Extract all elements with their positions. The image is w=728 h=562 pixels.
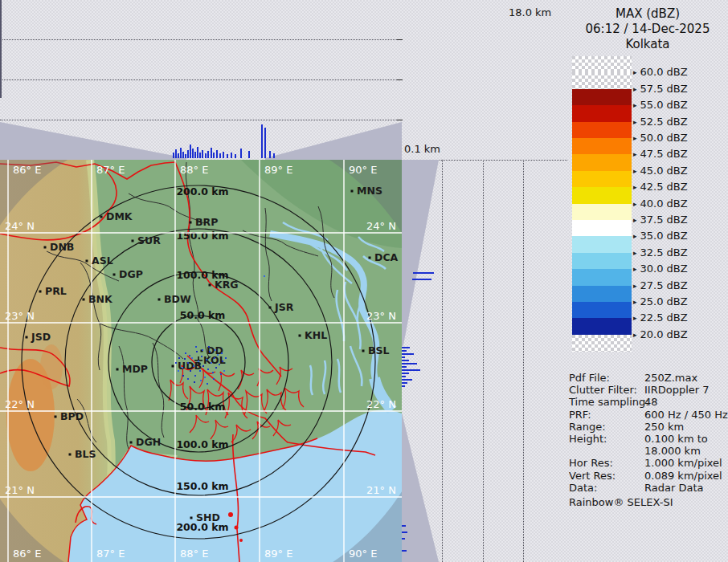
echo-dot [209,351,211,352]
dbz-level-label: ▸57.5 dBZ [633,83,688,95]
metadata-row: Hor Res:1.000 km/pixel [569,457,728,469]
dbz-band [572,204,632,221]
dbz-level-label: ▸25.0 dBZ [633,295,688,307]
level-arrow-icon: ▸ [633,150,637,158]
city-dot [55,416,57,418]
height-axis-tick [397,120,403,120]
level-arrow-icon: ▸ [633,101,637,109]
product-name: MAX (dBZ) [567,6,728,22]
lat-label-right: 23° N [366,310,396,322]
beam-blockage-wedge-left [0,122,186,160]
lon-label-bottom: 89° E [264,548,292,560]
window-edge-artifact [0,0,2,98]
lon-label-top: 86° E [13,164,41,176]
lon-label-bottom: 86° E [13,548,41,560]
city-label: KRG [215,279,239,291]
city-dot [83,299,85,301]
dbz-band [572,253,632,270]
city-dot [190,222,192,224]
dbz-level-label: ▸37.5 dBZ [633,214,688,226]
city-dot [117,369,119,371]
dbz-level-label: ▸30.0 dBZ [633,263,688,275]
metadata-row: Height:0.100 km to [569,433,728,445]
echo-dot [178,357,180,359]
height-axis-tick [397,39,403,40]
metadata-row: Vert Res:0.089 km/pixel [569,470,728,482]
city-label: SUR [137,234,161,246]
city-label: DNB [50,241,74,253]
city-label: BNK [88,293,113,305]
echo-dot [184,358,186,360]
echo-dot [182,367,183,369]
city-dot [172,365,174,368]
city-label: PRL [45,285,67,297]
metadata-row: Pdf File:250Z.max [569,372,728,384]
beam-blockage-wedge-right [265,122,402,160]
echo-dot [221,352,223,354]
echo-dot [220,373,222,375]
city-label: MNS [357,185,382,197]
top-profile-canvas [0,0,402,160]
radar-site-name: Kolkata [567,37,728,52]
level-arrow-icon: ▸ [633,68,637,76]
dbz-level-label: ▸20.0 dBZ [633,328,688,340]
city-label: JSR [274,301,294,313]
lon-label-top: 88° E [180,164,208,176]
dbz-band [572,154,632,171]
height-axis-min-label: 0.1 km [404,143,440,155]
dbz-level-label: ▸50.0 dBZ [633,132,688,144]
dbz-level-label: ▸47.5 dBZ [633,148,688,160]
dbz-band [572,89,632,106]
dbz-level-label: ▸60.0 dBZ [633,66,688,78]
city-label: MDP [122,363,148,375]
echo-dot [222,360,223,362]
dbz-band [572,187,632,204]
dbz-level-label: ▸52.5 dBZ [633,116,688,128]
lon-label-top: 89° E [264,164,292,176]
echo-dot [190,370,191,372]
city-label: KHL [305,329,327,341]
echo-dot [175,362,177,364]
dbz-level-label: ▸35.0 dBZ [633,230,688,242]
city-dot [269,307,272,309]
range-ring-label: 150.0 km [176,230,228,242]
level-arrow-icon: ▸ [633,134,637,142]
echo-dot [207,383,208,385]
echo-dot [198,360,199,362]
product-metadata: Pdf File:250Z.maxClutter Filter:IIRDoppl… [569,372,728,494]
city-dot [26,336,28,339]
echo-dot [182,375,184,377]
lat-label-left: 22° N [5,398,35,410]
city-dot [69,454,72,456]
radar-map-canvas[interactable]: 50.0 km50.0 km100.0 km100.0 km150.0 km15… [0,160,402,562]
metadata-row: 18.000 km [569,445,728,457]
echo-dot [225,357,227,359]
echo-dot [223,370,225,372]
city-dot [130,442,133,444]
city-label: JSD [31,331,51,343]
top-height-profile-panel [0,0,402,160]
lat-label-right: 24° N [366,220,396,232]
metadata-row: Clutter Filter:IIRDoppler 7 [569,384,728,396]
city-dot [369,257,371,259]
echo-dot [202,349,203,351]
echo-dot [201,356,202,357]
city-dot [132,240,134,242]
lon-label-top: 90° E [349,164,377,176]
city-label: BRP [195,216,218,228]
echo-dot [207,369,209,370]
city-label: BSL [368,344,390,356]
lon-label-bottom: 88° E [180,548,208,560]
height-axis-max-label: 18.0 km [509,6,551,18]
dbz-band [572,105,632,122]
echo-height-spikes [173,124,275,158]
side-height-profile-panel [402,160,567,562]
beam-blockage-wedge-bottom [402,413,439,562]
dbz-level-label: ▸45.0 dBZ [633,165,688,177]
echo-dot [208,346,210,348]
echo-dot [194,381,195,383]
echo-dot [215,349,216,351]
level-arrow-icon: ▸ [633,249,637,257]
lat-label-left: 21° N [5,484,35,496]
city-dot [209,284,211,287]
